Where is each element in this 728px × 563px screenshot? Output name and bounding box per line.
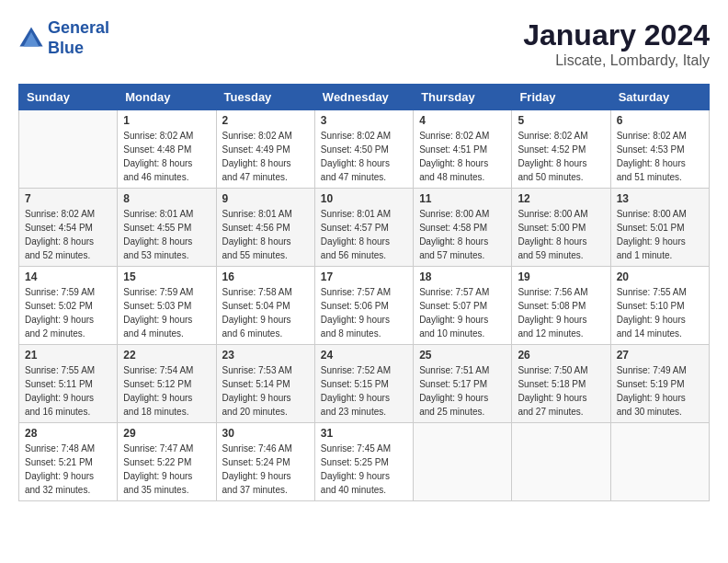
- calendar-week-row: 28Sunrise: 7:48 AM Sunset: 5:21 PM Dayli…: [19, 423, 710, 501]
- day-info: Sunrise: 7:58 AM Sunset: 5:04 PM Dayligh…: [222, 285, 309, 340]
- calendar-cell: 1Sunrise: 8:02 AM Sunset: 4:48 PM Daylig…: [118, 110, 216, 189]
- weekday-header: Wednesday: [314, 85, 413, 110]
- weekday-header: Saturday: [610, 85, 709, 110]
- calendar-cell: 6Sunrise: 8:02 AM Sunset: 4:53 PM Daylig…: [610, 110, 709, 189]
- day-number: 1: [123, 114, 210, 127]
- day-number: 18: [419, 270, 506, 283]
- weekday-header: Monday: [118, 85, 216, 110]
- calendar-cell: 13Sunrise: 8:00 AM Sunset: 5:01 PM Dayli…: [610, 189, 709, 267]
- subtitle: Liscate, Lombardy, Italy: [523, 52, 710, 69]
- calendar-cell: 4Sunrise: 8:02 AM Sunset: 4:51 PM Daylig…: [414, 110, 512, 189]
- day-info: Sunrise: 7:56 AM Sunset: 5:08 PM Dayligh…: [518, 285, 604, 340]
- day-info: Sunrise: 8:02 AM Sunset: 4:54 PM Dayligh…: [25, 207, 111, 262]
- day-info: Sunrise: 7:55 AM Sunset: 5:11 PM Dayligh…: [25, 363, 111, 419]
- day-number: 16: [222, 270, 309, 283]
- weekday-header: Friday: [512, 85, 610, 110]
- calendar-cell: 9Sunrise: 8:01 AM Sunset: 4:56 PM Daylig…: [216, 189, 314, 267]
- day-info: Sunrise: 7:49 AM Sunset: 5:19 PM Dayligh…: [617, 363, 703, 419]
- calendar-cell: 7Sunrise: 8:02 AM Sunset: 4:54 PM Daylig…: [19, 189, 118, 267]
- calendar-cell: 17Sunrise: 7:57 AM Sunset: 5:06 PM Dayli…: [314, 267, 413, 345]
- calendar-cell: 8Sunrise: 8:01 AM Sunset: 4:55 PM Daylig…: [118, 189, 216, 267]
- day-number: 25: [419, 349, 506, 362]
- logo-line2: Blue: [48, 39, 84, 57]
- calendar-cell: 11Sunrise: 8:00 AM Sunset: 4:58 PM Dayli…: [414, 189, 512, 267]
- day-info: Sunrise: 7:51 AM Sunset: 5:17 PM Dayligh…: [419, 363, 506, 419]
- day-info: Sunrise: 7:48 AM Sunset: 5:21 PM Dayligh…: [25, 442, 111, 497]
- day-number: 21: [25, 349, 111, 362]
- day-info: Sunrise: 7:52 AM Sunset: 5:15 PM Dayligh…: [321, 363, 407, 419]
- day-info: Sunrise: 7:54 AM Sunset: 5:12 PM Dayligh…: [123, 363, 210, 419]
- header: General Blue January 2024 Liscate, Lomba…: [18, 18, 710, 69]
- calendar: SundayMondayTuesdayWednesdayThursdayFrid…: [18, 84, 710, 501]
- day-number: 8: [123, 192, 210, 205]
- day-info: Sunrise: 7:55 AM Sunset: 5:10 PM Dayligh…: [617, 285, 703, 340]
- day-info: Sunrise: 8:02 AM Sunset: 4:53 PM Dayligh…: [617, 129, 703, 184]
- day-number: 9: [222, 192, 309, 205]
- calendar-cell: 19Sunrise: 7:56 AM Sunset: 5:08 PM Dayli…: [512, 267, 610, 345]
- calendar-cell: 3Sunrise: 8:02 AM Sunset: 4:50 PM Daylig…: [314, 110, 413, 189]
- calendar-cell: [610, 423, 709, 501]
- day-number: 6: [617, 114, 703, 127]
- day-number: 17: [321, 270, 407, 283]
- calendar-cell: 23Sunrise: 7:53 AM Sunset: 5:14 PM Dayli…: [216, 345, 314, 423]
- day-info: Sunrise: 7:53 AM Sunset: 5:14 PM Dayligh…: [222, 363, 309, 419]
- calendar-cell: 28Sunrise: 7:48 AM Sunset: 5:21 PM Dayli…: [19, 423, 118, 501]
- day-info: Sunrise: 7:45 AM Sunset: 5:25 PM Dayligh…: [321, 442, 407, 497]
- day-number: 24: [321, 349, 407, 362]
- calendar-cell: 27Sunrise: 7:49 AM Sunset: 5:19 PM Dayli…: [610, 345, 709, 423]
- day-info: Sunrise: 8:02 AM Sunset: 4:52 PM Dayligh…: [518, 129, 604, 184]
- day-info: Sunrise: 7:50 AM Sunset: 5:18 PM Dayligh…: [518, 363, 604, 419]
- calendar-cell: 15Sunrise: 7:59 AM Sunset: 5:03 PM Dayli…: [118, 267, 216, 345]
- logo-text: General Blue: [48, 18, 109, 58]
- day-info: Sunrise: 8:01 AM Sunset: 4:56 PM Dayligh…: [222, 207, 309, 262]
- day-info: Sunrise: 8:01 AM Sunset: 4:55 PM Dayligh…: [123, 207, 210, 262]
- calendar-cell: 20Sunrise: 7:55 AM Sunset: 5:10 PM Dayli…: [610, 267, 709, 345]
- day-number: 4: [419, 114, 506, 127]
- day-info: Sunrise: 7:59 AM Sunset: 5:02 PM Dayligh…: [25, 285, 111, 340]
- calendar-week-row: 1Sunrise: 8:02 AM Sunset: 4:48 PM Daylig…: [19, 110, 710, 189]
- day-number: 5: [518, 114, 604, 127]
- day-number: 30: [222, 427, 309, 440]
- calendar-cell: 24Sunrise: 7:52 AM Sunset: 5:15 PM Dayli…: [314, 345, 413, 423]
- calendar-cell: 2Sunrise: 8:02 AM Sunset: 4:49 PM Daylig…: [216, 110, 314, 189]
- calendar-cell: 18Sunrise: 7:57 AM Sunset: 5:07 PM Dayli…: [414, 267, 512, 345]
- day-info: Sunrise: 7:46 AM Sunset: 5:24 PM Dayligh…: [222, 442, 309, 497]
- weekday-header: Sunday: [19, 85, 118, 110]
- day-number: 19: [518, 270, 604, 283]
- day-info: Sunrise: 8:02 AM Sunset: 4:49 PM Dayligh…: [222, 129, 309, 184]
- day-number: 22: [123, 349, 210, 362]
- day-info: Sunrise: 8:02 AM Sunset: 4:51 PM Dayligh…: [419, 129, 506, 184]
- calendar-cell: 30Sunrise: 7:46 AM Sunset: 5:24 PM Dayli…: [216, 423, 314, 501]
- day-info: Sunrise: 8:00 AM Sunset: 4:58 PM Dayligh…: [419, 207, 506, 262]
- day-number: 27: [617, 349, 703, 362]
- day-info: Sunrise: 7:47 AM Sunset: 5:22 PM Dayligh…: [123, 442, 210, 497]
- day-info: Sunrise: 8:02 AM Sunset: 4:48 PM Dayligh…: [123, 129, 210, 184]
- day-number: 13: [617, 192, 703, 205]
- calendar-cell: [512, 423, 610, 501]
- day-number: 29: [123, 427, 210, 440]
- day-number: 20: [617, 270, 703, 283]
- day-number: 26: [518, 349, 604, 362]
- calendar-cell: 31Sunrise: 7:45 AM Sunset: 5:25 PM Dayli…: [314, 423, 413, 501]
- calendar-cell: 26Sunrise: 7:50 AM Sunset: 5:18 PM Dayli…: [512, 345, 610, 423]
- day-number: 7: [25, 192, 111, 205]
- calendar-week-row: 7Sunrise: 8:02 AM Sunset: 4:54 PM Daylig…: [19, 189, 710, 267]
- weekday-header: Tuesday: [216, 85, 314, 110]
- day-info: Sunrise: 8:01 AM Sunset: 4:57 PM Dayligh…: [321, 207, 407, 262]
- day-number: 11: [419, 192, 506, 205]
- calendar-cell: 5Sunrise: 8:02 AM Sunset: 4:52 PM Daylig…: [512, 110, 610, 189]
- day-number: 28: [25, 427, 111, 440]
- logo: General Blue: [18, 18, 109, 58]
- day-info: Sunrise: 7:57 AM Sunset: 5:06 PM Dayligh…: [321, 285, 407, 340]
- title-area: January 2024 Liscate, Lombardy, Italy: [523, 18, 710, 69]
- calendar-cell: [414, 423, 512, 501]
- day-number: 12: [518, 192, 604, 205]
- calendar-cell: [19, 110, 118, 189]
- day-number: 2: [222, 114, 309, 127]
- day-number: 23: [222, 349, 309, 362]
- day-info: Sunrise: 8:00 AM Sunset: 5:00 PM Dayligh…: [518, 207, 604, 262]
- calendar-cell: 16Sunrise: 7:58 AM Sunset: 5:04 PM Dayli…: [216, 267, 314, 345]
- calendar-cell: 12Sunrise: 8:00 AM Sunset: 5:00 PM Dayli…: [512, 189, 610, 267]
- logo-line1: General: [48, 18, 109, 37]
- day-info: Sunrise: 8:00 AM Sunset: 5:01 PM Dayligh…: [617, 207, 703, 262]
